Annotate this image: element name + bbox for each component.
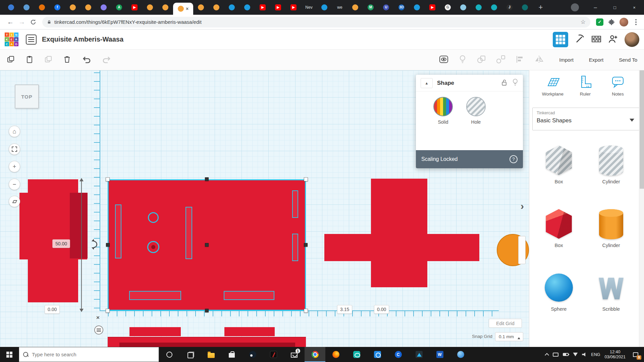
browser-tab[interactable]: A <box>111 0 127 15</box>
red-cross-vertical[interactable] <box>371 179 427 287</box>
center-handle[interactable] <box>205 243 209 247</box>
workplane-canvas[interactable]: 50.00 <box>0 70 529 347</box>
browser-tab[interactable]: × <box>173 3 193 15</box>
panel-collapse-icon[interactable]: ▲ <box>421 78 433 88</box>
browser-tab[interactable]: G <box>440 0 455 15</box>
hole-slot[interactable] <box>129 291 181 300</box>
shape-gallery-item[interactable]: Sphere <box>533 272 585 312</box>
browser-menu-icon[interactable] <box>633 19 639 25</box>
edge-scale-handle[interactable] <box>106 243 110 247</box>
hole-slot[interactable] <box>224 291 274 300</box>
shape-gallery-item[interactable]: Box <box>533 208 585 248</box>
browser-tab[interactable]: we <box>332 0 347 15</box>
help-icon[interactable]: ? <box>509 155 518 163</box>
sidebar-scrollbar[interactable] <box>639 70 644 347</box>
hole-ring[interactable] <box>147 241 159 253</box>
taskbar-app[interactable]: W <box>429 347 450 362</box>
delete-icon[interactable] <box>63 55 71 65</box>
dimension-height-input[interactable]: 50.00 <box>52 239 70 248</box>
extensions-puzzle-icon[interactable] <box>608 19 615 25</box>
taskbar-app[interactable] <box>325 347 346 362</box>
browser-tab[interactable] <box>347 0 363 15</box>
taskbar-app[interactable] <box>159 347 180 362</box>
taskbar-app[interactable]: 1 <box>284 347 305 362</box>
zoom-in-button[interactable]: + <box>9 161 20 172</box>
ungroup-icon[interactable] <box>496 55 505 65</box>
zoom-out-button[interactable]: − <box>9 179 20 190</box>
edit-grid-button[interactable]: Edit Grid <box>489 319 522 328</box>
red-shape-bottom-tab[interactable] <box>129 327 181 336</box>
hole-circle[interactable] <box>148 212 159 223</box>
browser-tab[interactable] <box>19 0 34 15</box>
light-icon[interactable] <box>459 55 467 65</box>
browser-tab[interactable]: ▶ <box>425 0 440 15</box>
taskbar-app[interactable] <box>409 347 429 362</box>
home-view-button[interactable]: ⌂ <box>9 126 20 137</box>
taskbar-clock[interactable]: 12:40 03/06/2021 <box>604 350 626 360</box>
taskbar-app[interactable] <box>367 347 388 362</box>
shape-gallery-item[interactable]: Cylinder <box>585 208 637 248</box>
copy-icon[interactable] <box>7 55 15 65</box>
redo-icon[interactable] <box>102 55 111 65</box>
browser-tab[interactable] <box>317 0 332 15</box>
window-close-button[interactable]: × <box>625 0 644 15</box>
browser-tab[interactable] <box>193 0 209 15</box>
user-avatar[interactable] <box>625 32 639 47</box>
edge-scale-handle[interactable] <box>304 243 308 247</box>
browser-tab[interactable]: ▶ <box>286 0 301 15</box>
browser-tab[interactable] <box>486 0 502 15</box>
scrollbar-thumb[interactable] <box>640 70 644 189</box>
red-shape-left-dark[interactable] <box>70 193 88 258</box>
sidebar-collapse-chevron-icon[interactable]: › <box>521 200 524 212</box>
hole-slot[interactable] <box>292 234 298 261</box>
taskbar-app[interactable] <box>180 347 201 362</box>
browser-tab[interactable]: ▶ <box>127 0 142 15</box>
window-minimize-button[interactable]: ─ <box>586 0 605 15</box>
red-shape-bottom-dark[interactable] <box>119 343 295 347</box>
window-maximize-button[interactable]: □ <box>605 0 625 15</box>
browser-tab[interactable] <box>80 0 96 15</box>
ruler-remove-icon[interactable]: × <box>96 314 100 321</box>
ruler-distance-label[interactable]: 3.15 <box>337 305 352 314</box>
shape-gallery-item[interactable]: Box <box>533 145 585 184</box>
view-cube[interactable]: TOP <box>15 84 39 109</box>
network-tray-icon[interactable] <box>573 353 578 356</box>
workplane-tool-button[interactable]: Workplane <box>537 74 569 97</box>
browser-tab[interactable] <box>96 0 111 15</box>
browser-tab[interactable]: M <box>363 0 378 15</box>
reload-icon[interactable] <box>28 19 39 25</box>
tray-expand-icon[interactable] <box>545 353 549 357</box>
bricks-icon[interactable] <box>591 34 602 46</box>
ruler-x-label[interactable]: 0.00 <box>45 305 60 314</box>
snap-grid-select[interactable]: 0.1 mm <box>495 332 523 341</box>
tab-close-icon[interactable]: × <box>186 6 189 11</box>
taskbar-app[interactable] <box>305 347 325 362</box>
lightbulb-icon[interactable] <box>512 78 518 88</box>
browser-tab[interactable]: ▶ <box>270 0 286 15</box>
tinkercad-logo[interactable]: TIN KER CAD <box>5 33 18 46</box>
taskbar-search[interactable] <box>19 347 159 362</box>
browser-tab[interactable] <box>142 0 158 15</box>
language-indicator[interactable]: ENG <box>591 352 600 357</box>
back-icon[interactable]: ← <box>5 18 16 26</box>
hole-slot[interactable] <box>292 190 298 218</box>
browser-tab[interactable] <box>409 0 425 15</box>
ruler-tool-button[interactable]: Ruler <box>569 74 601 97</box>
browser-tab[interactable]: f <box>50 0 65 15</box>
group-icon[interactable] <box>477 55 486 65</box>
browser-tab[interactable] <box>65 0 80 15</box>
browser-tab[interactable]: ▶ <box>255 0 270 15</box>
shape-gallery-item[interactable]: Scribble <box>585 272 637 312</box>
action-center-button[interactable]: 9 <box>630 349 641 360</box>
taskbar-app[interactable] <box>242 347 263 362</box>
align-icon[interactable] <box>516 55 524 65</box>
browser-tab[interactable]: U <box>378 0 394 15</box>
ruler-x2-label[interactable]: 0.00 <box>374 305 389 314</box>
orange-cylinder-slot[interactable] <box>518 236 526 264</box>
scale-handle[interactable] <box>106 309 110 313</box>
taskbar-app[interactable] <box>346 347 367 362</box>
search-input[interactable] <box>32 352 155 357</box>
design-menu-icon[interactable] <box>26 35 37 45</box>
browser-tab[interactable] <box>224 0 239 15</box>
bookmark-star-icon[interactable]: ☆ <box>581 18 586 25</box>
